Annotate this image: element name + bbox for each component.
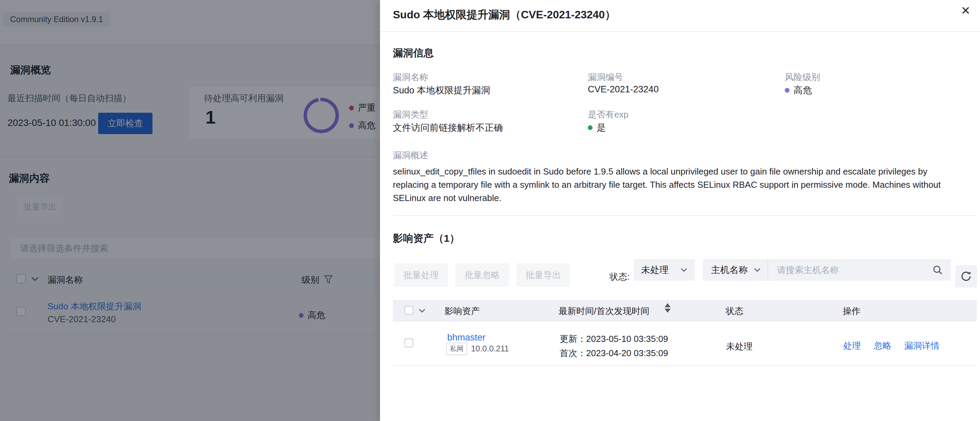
action-ignore[interactable]: 忽略 — [874, 340, 891, 352]
row-checkbox[interactable] — [404, 338, 413, 347]
field-cve-value: CVE-2021-23240 — [588, 84, 659, 95]
drawer-header-divider — [380, 31, 980, 32]
summary-text: selinux_edit_copy_tfiles in sudoedit in … — [393, 165, 959, 205]
high-dot-icon — [785, 88, 789, 93]
search-icon[interactable] — [932, 265, 943, 275]
risk-value-text: 高危 — [794, 84, 812, 97]
exp-value-text: 是 — [597, 122, 606, 134]
sort-icon[interactable] — [665, 303, 671, 313]
summary-label: 漏洞概述 — [393, 149, 428, 161]
field-exp-value: 是 — [588, 122, 606, 134]
col-action: 操作 — [843, 305, 861, 317]
vuln-detail-drawer: Sudo 本地权限提升漏洞（CVE-2021-23240） ✕ 漏洞信息 漏洞名… — [380, 0, 980, 421]
drawer-title: Sudo 本地权限提升漏洞（CVE-2021-23240） — [393, 8, 616, 22]
refresh-icon — [960, 271, 972, 282]
action-detail[interactable]: 漏洞详情 — [904, 340, 940, 352]
col-asset: 影响资产 — [444, 305, 480, 317]
field-type-value: 文件访问前链接解析不正确 — [393, 122, 503, 134]
host-search-combo: 主机名称 — [703, 259, 951, 281]
close-icon[interactable]: ✕ — [961, 5, 971, 16]
chevron-down-icon[interactable] — [419, 309, 425, 313]
exp-yes-dot-icon — [588, 125, 593, 130]
screen: Community Edition v1.9.1 漏洞概览 最近扫描时间（每日自… — [0, 0, 980, 421]
chevron-down-icon — [754, 268, 760, 272]
field-name-label: 漏洞名称 — [393, 71, 428, 83]
sort-asc-icon — [665, 303, 671, 307]
host-link[interactable]: bhmaster — [447, 332, 485, 343]
sort-desc-icon — [665, 309, 671, 313]
refresh-button[interactable] — [955, 265, 977, 288]
select-all-checkbox[interactable] — [404, 306, 413, 315]
asset-row: bhmaster 私网 10.0.0.211 更新：2023-05-10 03:… — [393, 321, 977, 365]
assets-table-header: 影响资产 最新时间/首次发现时间 状态 操作 — [393, 300, 977, 321]
col-status: 状态 — [725, 305, 743, 317]
field-type-label: 漏洞类型 — [393, 109, 428, 121]
row-actions: 处理 忽略 漏洞详情 — [843, 340, 940, 352]
batch-ignore-button[interactable]: 批量忽略 — [455, 263, 509, 287]
status-select-value: 未处理 — [641, 264, 668, 276]
row-status: 未处理 — [726, 340, 752, 353]
field-cve-label: 漏洞编号 — [588, 71, 623, 83]
host-field-select[interactable]: 主机名称 — [703, 264, 767, 276]
first-found-time: 首次：2023-04-20 03:35:09 — [560, 347, 668, 359]
host-ip: 10.0.0.211 — [471, 344, 509, 353]
batch-export-button[interactable]: 批量导出 — [517, 263, 570, 287]
network-tag: 私网 — [446, 343, 467, 355]
batch-process-button[interactable]: 批量处理 — [394, 263, 448, 287]
info-section-title: 漏洞信息 — [393, 46, 434, 60]
field-risk-value: 高危 — [785, 84, 812, 97]
field-exp-label: 是否有exp — [588, 109, 628, 121]
host-field-value: 主机名称 — [711, 264, 748, 276]
status-filter-label: 状态: — [609, 271, 630, 283]
assets-section-title: 影响资产（1） — [393, 232, 460, 245]
field-risk-label: 风险级别 — [785, 71, 820, 83]
chevron-down-icon — [681, 268, 687, 272]
status-select[interactable]: 未处理 — [634, 259, 695, 281]
action-process[interactable]: 处理 — [843, 340, 861, 352]
host-search-input[interactable] — [768, 259, 932, 281]
updated-time: 更新：2023-05-10 03:35:09 — [560, 333, 668, 345]
col-time: 最新时间/首次发现时间 — [558, 305, 649, 317]
drawer-section-divider — [393, 215, 977, 216]
field-name-value: Sudo 本地权限提升漏洞 — [393, 84, 490, 97]
